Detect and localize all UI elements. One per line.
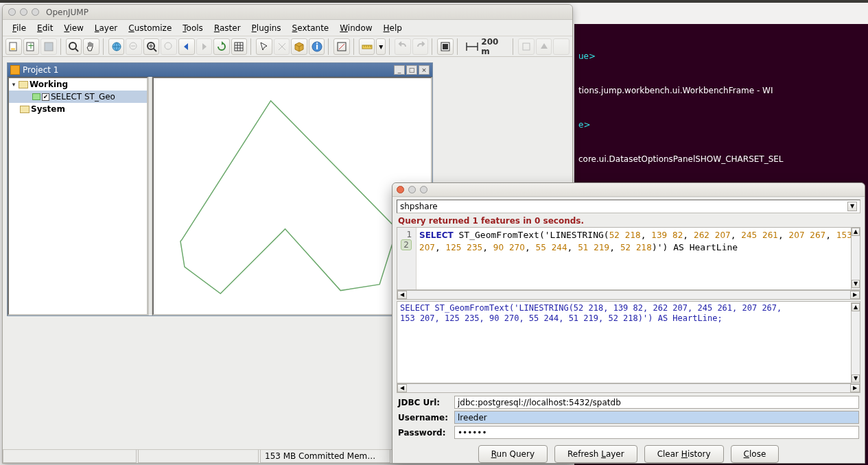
clear-history-button[interactable]: Clear History [644,445,724,463]
window-maximize-icon[interactable] [32,8,39,16]
zoom-full-button[interactable] [108,38,125,55]
close-button[interactable]: Close [731,445,779,463]
zoom-realtime-button[interactable] [143,38,160,55]
tree-category-system[interactable]: System [9,103,147,115]
dialog-minimize-icon[interactable] [408,186,416,193]
terminal-line: tions.jump.workbench.ui.WorkbenchFrame -… [578,86,773,95]
menu-customize[interactable]: Customize [123,21,177,35]
db-query-titlebar[interactable] [392,183,865,197]
password-label: Password: [398,428,450,438]
password-field[interactable] [454,426,859,439]
dialog-close-icon[interactable] [397,186,404,193]
username-label: Username: [398,413,450,422]
output-window-button[interactable] [437,38,454,55]
svg-line-11 [154,49,156,51]
zoom-selected-button[interactable] [161,38,177,55]
run-query-button[interactable]: Run Query [478,445,548,463]
tree-toggle-icon[interactable]: ▾ [10,81,17,88]
tree-category-working[interactable]: ▾ Working [9,78,147,91]
pan-button[interactable] [83,38,99,55]
zoom-next-button[interactable] [196,38,213,55]
menu-raster[interactable]: Raster [209,21,246,35]
connection-value: shpshare [400,202,438,211]
redo-button[interactable] [412,38,429,55]
scale-icon [465,41,479,52]
project-titlebar[interactable]: Project 1 _ □ × [8,63,432,77]
new-project-button[interactable] [5,38,22,55]
menu-tools[interactable]: Tools [177,21,209,35]
menubar: File Edit View Layer Customize Tools Ras… [3,20,572,36]
username-field[interactable] [454,411,859,424]
toolbar-separator [432,38,434,55]
project-title: Project 1 [23,65,59,75]
jdbc-url-label: JDBC Url: [398,398,450,407]
svg-text:i: i [316,42,318,51]
refresh-layer-button[interactable]: Refresh Layer [554,445,637,463]
sql-code[interactable]: SELECT ST_GeomFromText('LINESTRING(52 21… [417,228,860,289]
zoom-out-button[interactable] [126,38,142,55]
scale-value: 200 m [481,37,509,56]
app-title: OpenJUMP [46,8,89,17]
add-layer-button[interactable]: + [23,38,40,55]
layer-visibility-checkbox[interactable]: ✔ [42,93,49,101]
info-button[interactable]: i [309,38,325,55]
dialog-maximize-icon[interactable] [420,186,427,193]
svg-line-6 [75,49,78,51]
zoom-in-button[interactable] [66,38,82,55]
project-maximize-icon[interactable]: □ [406,65,417,75]
svg-rect-15 [235,43,243,51]
sql-editor[interactable]: 12 SELECT ST_GeomFromText('LINESTRING(52… [397,227,860,290]
menu-layer[interactable]: Layer [89,21,123,35]
nav-home-button[interactable] [518,38,535,55]
svg-rect-4 [45,43,53,51]
measure-button[interactable] [359,38,375,55]
menu-file[interactable]: File [7,21,32,35]
zoom-prev-button[interactable] [178,38,195,55]
titlebar[interactable]: OpenJUMP [3,5,572,20]
toolbar-separator [250,38,253,55]
history-vscrollbar[interactable]: ▲▼ [851,302,860,385]
nav-up-button[interactable] [536,38,552,55]
window-minimize-icon[interactable] [20,8,27,16]
menu-view[interactable]: View [58,21,89,35]
layer-tree[interactable]: ▾ Working ✔ SELECT ST_Geo System [8,77,148,315]
attribute-table-button[interactable] [231,38,248,55]
undo-button[interactable] [395,38,411,55]
svg-line-25 [339,44,344,49]
query-history[interactable]: SELECT ST_GeomFromText('LINESTRING(52 21… [397,301,860,383]
history-hscrollbar[interactable]: ◀▶ [397,383,860,393]
folder-icon [20,106,30,113]
folder-icon [19,81,28,88]
connection-form: JDBC Url: Username: Password: [392,393,865,439]
measure-dropdown-icon[interactable]: ▾ [376,38,386,55]
map-canvas[interactable] [152,77,432,315]
svg-text:+: + [27,41,34,51]
edit-geometry-button[interactable] [333,38,350,55]
editor-vscrollbar[interactable]: ▲▼ [851,227,860,290]
tree-layer-heartline[interactable]: ✔ SELECT ST_Geo [9,91,147,103]
package-button[interactable] [291,38,307,55]
nav-misc-button[interactable] [553,38,570,55]
project-close-icon[interactable]: × [419,65,430,75]
jdbc-url-field[interactable] [454,396,859,409]
svg-rect-33 [523,43,530,50]
chevron-down-icon[interactable]: ▼ [847,202,857,211]
menu-edit[interactable]: Edit [32,21,58,35]
project-minimize-icon[interactable]: _ [394,65,405,75]
select-button[interactable] [256,38,272,55]
toolbar-separator [353,38,355,55]
project-window: Project 1 _ □ × ▾ Working ✔ SELECT ST_Ge… [7,62,433,316]
menu-help[interactable]: Help [378,21,408,35]
connection-combo[interactable]: shpshare ▼ [397,200,860,213]
menu-plugins[interactable]: Plugins [246,21,287,35]
toolbar-separator [328,38,330,55]
toolbar: + i ▾ 200 m [3,36,572,57]
menu-sextante[interactable]: Sextante [287,21,335,35]
save-button[interactable] [40,38,57,55]
menu-window[interactable]: Window [334,21,377,35]
cut-button[interactable] [274,38,290,55]
window-close-icon[interactable] [8,8,16,16]
editor-hscrollbar[interactable]: ◀▶ [397,290,860,300]
desktop-menubar [0,0,868,3]
refresh-button[interactable] [213,38,230,55]
